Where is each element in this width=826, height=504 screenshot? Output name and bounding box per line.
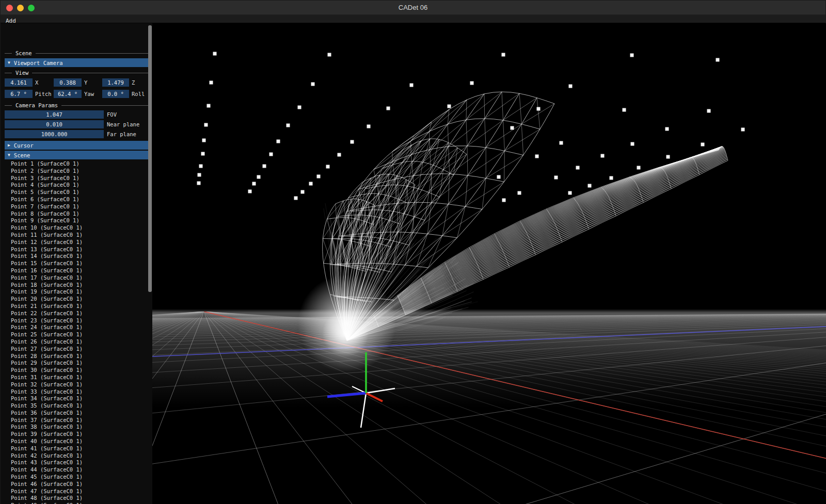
scene-item[interactable]: Point 10 (SurfaceC0 1)	[1, 224, 148, 232]
near-plane-field[interactable]: 0.010	[5, 120, 104, 128]
scene-item[interactable]: Point 4 (SurfaceC0 1)	[1, 182, 148, 189]
scene-item[interactable]: Point 33 (SurfaceC0 1)	[1, 388, 148, 396]
viewport-canvas[interactable]	[152, 23, 826, 504]
camera-roll-label: Roll	[132, 90, 145, 98]
cursor-header[interactable]: ▶ Cursor	[5, 141, 149, 150]
scene-object-list: Point 1 (SurfaceC0 1)Point 2 (SurfaceC0 …	[1, 160, 148, 504]
camera-y-label: Y	[84, 78, 87, 87]
camera-z-field[interactable]: 1.479	[102, 78, 129, 87]
near-plane-label: Near plane	[107, 120, 139, 128]
scene-item[interactable]: Point 41 (SurfaceC0 1)	[1, 445, 148, 452]
collapsed-arrow-icon: ▶	[8, 143, 10, 148]
menu-bar: Add	[1, 15, 825, 23]
camera-y-field[interactable]: 0.388	[54, 78, 82, 87]
sidebar-scrollbar[interactable]	[148, 25, 152, 292]
scene-item[interactable]: Point 45 (SurfaceC0 1)	[1, 474, 148, 481]
app-window: CADet 06 Add Scene ▼ Viewport Camera Vie…	[0, 0, 826, 504]
camera-yaw-label: Yaw	[84, 90, 94, 98]
scene-item[interactable]: Point 2 (SurfaceC0 1)	[1, 168, 148, 175]
fov-field[interactable]: 1.047	[5, 110, 104, 119]
scene-item[interactable]: Point 31 (SurfaceC0 1)	[1, 374, 148, 381]
scene-item[interactable]: Point 17 (SurfaceC0 1)	[1, 274, 148, 282]
scene-header[interactable]: ▼ Scene	[5, 151, 149, 159]
scene-item[interactable]: Point 5 (SurfaceC0 1)	[1, 189, 148, 196]
camera-pitch-field[interactable]: 6.7 °	[5, 90, 33, 98]
scene-item[interactable]: Point 6 (SurfaceC0 1)	[1, 196, 148, 203]
far-plane-field[interactable]: 1000.000	[5, 130, 104, 138]
far-plane-label: Far plane	[107, 130, 136, 138]
scene-item[interactable]: Point 44 (SurfaceC0 1)	[1, 466, 148, 474]
scene-item[interactable]: Point 13 (SurfaceC0 1)	[1, 246, 148, 253]
scene-item[interactable]: Point 36 (SurfaceC0 1)	[1, 410, 148, 417]
scene-item[interactable]: Point 32 (SurfaceC0 1)	[1, 381, 148, 388]
scene-item[interactable]: Point 48 (SurfaceC0 1)	[1, 495, 148, 502]
scene-item[interactable]: Point 28 (SurfaceC0 1)	[1, 353, 148, 360]
scene-item[interactable]: Point 43 (SurfaceC0 1)	[1, 459, 148, 466]
scene-item[interactable]: Point 30 (SurfaceC0 1)	[1, 367, 148, 374]
scene-item[interactable]: Point 38 (SurfaceC0 1)	[1, 424, 148, 431]
scene-item[interactable]: Point 18 (SurfaceC0 1)	[1, 282, 148, 289]
scene-item[interactable]: Point 21 (SurfaceC0 1)	[1, 303, 148, 310]
scene-item[interactable]: Point 40 (SurfaceC0 1)	[1, 438, 148, 445]
camera-pitch-label: Pitch	[35, 90, 52, 98]
scene-item[interactable]: Point 39 (SurfaceC0 1)	[1, 431, 148, 438]
scene-item[interactable]: Point 42 (SurfaceC0 1)	[1, 452, 148, 460]
scene-item[interactable]: Point 7 (SurfaceC0 1)	[1, 203, 148, 210]
scene-item[interactable]: Point 8 (SurfaceC0 1)	[1, 210, 148, 218]
expanded-arrow-icon: ▼	[8, 153, 10, 157]
scene-item[interactable]: Point 47 (SurfaceC0 1)	[1, 488, 148, 495]
scene-item[interactable]: Point 37 (SurfaceC0 1)	[1, 417, 148, 424]
scene-item[interactable]: Point 29 (SurfaceC0 1)	[1, 360, 148, 367]
camera-roll-field[interactable]: 0.0 °	[102, 90, 129, 98]
scene-item[interactable]: Point 16 (SurfaceC0 1)	[1, 267, 148, 274]
scene-item[interactable]: Point 20 (SurfaceC0 1)	[1, 296, 148, 303]
window-title: CADet 06	[1, 1, 825, 15]
scene-item[interactable]: Point 11 (SurfaceC0 1)	[1, 232, 148, 239]
camera-z-label: Z	[132, 78, 135, 87]
scene-item[interactable]: Point 3 (SurfaceC0 1)	[1, 175, 148, 182]
scene-item[interactable]: Point 34 (SurfaceC0 1)	[1, 395, 148, 402]
scene-item[interactable]: Point 12 (SurfaceC0 1)	[1, 239, 148, 246]
title-bar: CADet 06	[1, 1, 825, 15]
scene-item[interactable]: Point 23 (SurfaceC0 1)	[1, 317, 148, 324]
scene-item[interactable]: Point 1 (SurfaceC0 1)	[1, 160, 148, 168]
separator-view: View	[5, 69, 148, 77]
separator-camera-params: Camera Params	[5, 101, 148, 109]
camera-panel: Scene ▼ Viewport Camera View 4.161 X 0.3…	[1, 23, 152, 504]
fov-label: FOV	[107, 110, 117, 119]
camera-x-label: X	[35, 78, 38, 87]
scene-item[interactable]: Point 26 (SurfaceC0 1)	[1, 338, 148, 346]
scene-item[interactable]: Point 46 (SurfaceC0 1)	[1, 481, 148, 488]
viewport-3d[interactable]	[152, 23, 826, 504]
collapse-arrow-icon: ▼	[8, 60, 10, 65]
camera-yaw-field[interactable]: 62.4 °	[54, 90, 82, 98]
scene-item[interactable]: Point 27 (SurfaceC0 1)	[1, 346, 148, 353]
scene-item[interactable]: Point 25 (SurfaceC0 1)	[1, 331, 148, 338]
viewport-camera-header[interactable]: ▼ Viewport Camera	[5, 58, 149, 67]
scene-item[interactable]: Point 24 (SurfaceC0 1)	[1, 324, 148, 331]
camera-x-field[interactable]: 4.161	[5, 78, 33, 87]
scene-item[interactable]: Point 14 (SurfaceC0 1)	[1, 253, 148, 260]
scene-item[interactable]: Point 19 (SurfaceC0 1)	[1, 288, 148, 296]
scene-item[interactable]: Point 15 (SurfaceC0 1)	[1, 260, 148, 267]
scene-item[interactable]: Point 49 (SurfaceC0 1)	[1, 502, 148, 504]
scene-item[interactable]: Point 35 (SurfaceC0 1)	[1, 402, 148, 410]
separator-scene: Scene	[5, 49, 148, 57]
scene-item[interactable]: Point 9 (SurfaceC0 1)	[1, 217, 148, 224]
scene-item[interactable]: Point 22 (SurfaceC0 1)	[1, 310, 148, 317]
